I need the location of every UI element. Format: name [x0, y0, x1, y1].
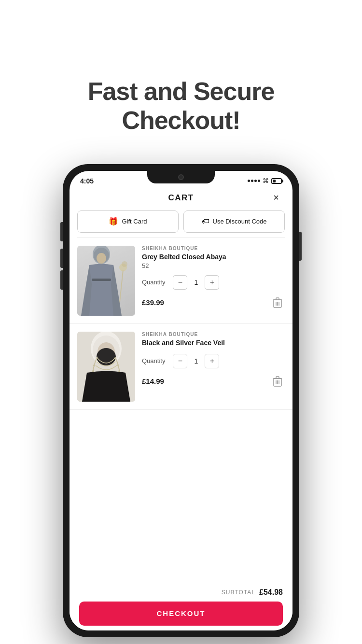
quantity-label: Quantity [142, 357, 165, 364]
page-heading: Fast and Secure Checkout! [88, 39, 275, 135]
item-price: £39.99 [142, 298, 164, 307]
item-size: 52 [142, 262, 285, 269]
discount-icon: 🏷 [202, 217, 209, 226]
item-store: SHEIKHA BOUTIQUE [142, 246, 285, 251]
item-details: SHEIKHA BOUTIQUE Grey Belted Closed Abay… [142, 246, 285, 316]
bottom-bar: SUBTOTAL £54.98 CHECKOUT [70, 582, 292, 630]
phone-mockup: 4:05 ⌘ CART × [63, 164, 299, 637]
status-icons: ⌘ [248, 177, 282, 184]
svg-rect-6 [92, 279, 111, 281]
checkout-button[interactable]: CHECKOUT [79, 602, 283, 626]
camera-icon [178, 174, 184, 180]
svg-point-7 [97, 253, 106, 264]
quantity-decrease-button[interactable]: − [173, 354, 187, 368]
cart-item: SHEIKHA BOUTIQUE Black and Silver Face V… [70, 324, 292, 410]
cart-title: CART [168, 193, 194, 203]
close-button[interactable]: × [269, 191, 283, 205]
discount-code-button[interactable]: 🏷 Use Discount Code [183, 210, 285, 233]
svg-point-2 [122, 261, 127, 267]
quantity-row: Quantity − 1 + [142, 275, 285, 290]
battery-icon [271, 178, 282, 184]
quantity-value: 1 [187, 357, 205, 365]
subtotal-row: SUBTOTAL £54.98 [79, 588, 283, 597]
gift-card-button[interactable]: 🎁 Gift Card [77, 210, 179, 233]
wifi-icon: ⌘ [263, 177, 269, 184]
quantity-decrease-button[interactable]: − [173, 275, 187, 290]
quantity-increase-button[interactable]: + [205, 354, 219, 368]
status-time: 4:05 [80, 177, 94, 185]
checkout-label: CHECKOUT [157, 609, 206, 617]
cart-header: CART × [70, 188, 292, 208]
cart-items-list: SHEIKHA BOUTIQUE Grey Belted Closed Abay… [70, 238, 292, 582]
gift-card-label: Gift Card [122, 218, 147, 225]
item-image-abaya [77, 246, 135, 316]
svg-point-20 [117, 364, 119, 366]
item-price-row: £39.99 [142, 295, 285, 310]
action-buttons-row: 🎁 Gift Card 🏷 Use Discount Code [70, 208, 292, 238]
item-image-veil [77, 332, 135, 402]
item-price: £14.99 [142, 377, 164, 385]
cart-item: SHEIKHA BOUTIQUE Grey Belted Closed Abay… [70, 238, 292, 324]
quantity-row: Quantity − 1 + [142, 354, 285, 368]
item-store: SHEIKHA BOUTIQUE [142, 332, 285, 337]
phone-screen: 4:05 ⌘ CART × [70, 171, 292, 630]
quantity-label: Quantity [142, 279, 165, 286]
signal-icon [248, 180, 260, 182]
delete-item-button[interactable] [270, 374, 285, 389]
quantity-value: 1 [187, 279, 205, 286]
phone-notch [147, 171, 215, 183]
phone-shell: 4:05 ⌘ CART × [63, 164, 299, 637]
gift-card-icon: 🎁 [109, 217, 118, 226]
item-name: Grey Belted Closed Abaya [142, 252, 285, 261]
svg-point-18 [93, 364, 95, 366]
heading-text: Fast and Secure Checkout! [88, 77, 275, 135]
item-details: SHEIKHA BOUTIQUE Black and Silver Face V… [142, 332, 285, 402]
quantity-increase-button[interactable]: + [205, 275, 219, 290]
item-name: Black and Silver Face Veil [142, 338, 285, 347]
subtotal-amount: £54.98 [259, 588, 283, 597]
discount-code-label: Use Discount Code [213, 218, 267, 225]
subtotal-label: SUBTOTAL [222, 589, 255, 596]
delete-item-button[interactable] [270, 295, 285, 310]
item-price-row: £14.99 [142, 374, 285, 389]
